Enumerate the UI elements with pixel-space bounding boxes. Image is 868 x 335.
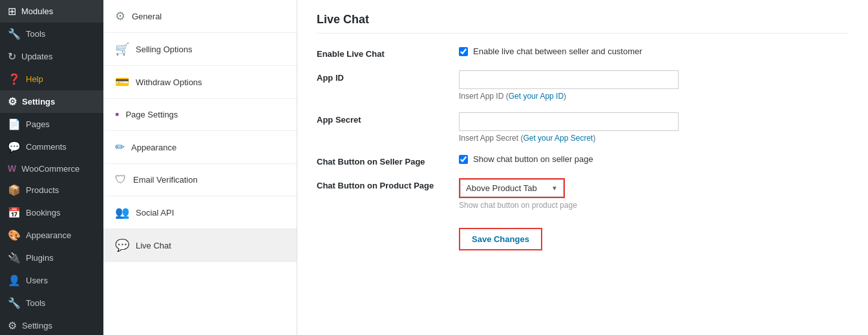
email-verification-icon: 🛡	[115, 173, 127, 187]
selling-options-icon: 🛒	[115, 42, 129, 56]
sub-sidebar: ⚙ General 🛒 Selling Options 💳 Withdraw O…	[103, 0, 297, 335]
app-secret-row: App Secret sk_test_FlUpkhCMsFgmB6HK4XuPJ…	[317, 112, 849, 143]
enable-live-chat-checkbox[interactable]	[459, 47, 468, 56]
sidebar-item-users[interactable]: 👤 Users	[0, 269, 103, 292]
sidebar-item-woocommerce[interactable]: W WooCommerce	[0, 158, 103, 179]
settings-icon: ⚙	[8, 96, 17, 108]
comments-icon: 💬	[8, 141, 21, 153]
settings2-icon: ⚙	[8, 320, 17, 332]
app-secret-label: App Secret	[317, 112, 446, 125]
bookings-icon: 📅	[8, 207, 21, 219]
sidebar-item-help[interactable]: ❓ Help	[0, 68, 103, 90]
plugins-icon: 🔌	[8, 252, 21, 264]
general-icon: ⚙	[115, 9, 125, 23]
sub-sidebar-withdraw-options[interactable]: 💳 Withdraw Options	[103, 66, 297, 99]
main-content: Live Chat Enable Live Chat Enable live c…	[297, 0, 868, 335]
page-title: Live Chat	[317, 13, 849, 34]
sub-sidebar-email-verification[interactable]: 🛡 Email Verification	[103, 164, 297, 196]
get-app-secret-link[interactable]: Get your App Secret	[523, 134, 593, 143]
chat-button-seller-checkbox-label[interactable]: Show chat button on seller page	[459, 154, 849, 164]
enable-live-chat-checkbox-label[interactable]: Enable live chat between seller and cust…	[459, 46, 849, 56]
sidebar-item-appearance[interactable]: 🎨 Appearance	[0, 224, 103, 247]
sidebar-item-modules[interactable]: ⊞ Modules	[0, 0, 103, 23]
app-id-row: App ID tEHN7UmE Insert App ID (Get your …	[317, 70, 849, 101]
enable-live-chat-row: Enable Live Chat Enable live chat betwee…	[317, 46, 849, 59]
sidebar-item-plugins[interactable]: 🔌 Plugins	[0, 247, 103, 269]
help-icon: ❓	[8, 73, 21, 85]
appearance-icon: 🎨	[8, 229, 21, 241]
app-id-hint: Insert App ID (Get your App ID)	[459, 92, 849, 101]
sub-sidebar-page-settings[interactable]: ▪ Page Settings	[103, 99, 297, 131]
dropdown-arrow-icon: ▼	[551, 185, 558, 192]
app-id-control: tEHN7UmE Insert App ID (Get your App ID)	[459, 70, 849, 101]
app-secret-input[interactable]: sk_test_FlUpkhCMsFgmB6HK4XuPJZmX	[459, 112, 679, 131]
sidebar-item-settings2[interactable]: ⚙ Settings	[0, 314, 103, 335]
woocommerce-icon: W	[8, 163, 16, 174]
chat-button-seller-checkbox[interactable]	[459, 155, 468, 164]
tools-icon: 🔧	[8, 28, 21, 40]
chat-button-seller-control: Show chat button on seller page	[459, 154, 849, 164]
chat-button-product-control: Above Product Tab ▼ Above Product Tab In…	[459, 178, 849, 210]
sub-sidebar-appearance[interactable]: ✏ Appearance	[103, 131, 297, 164]
sidebar-item-comments[interactable]: 💬 Comments	[0, 136, 103, 158]
sub-sidebar-social-api[interactable]: 👥 Social API	[103, 196, 297, 229]
enable-live-chat-label: Enable Live Chat	[317, 46, 446, 59]
sub-appearance-icon: ✏	[115, 140, 125, 154]
app-secret-hint: Insert App Secret (Get your App Secret)	[459, 134, 849, 143]
sidebar-item-tools2[interactable]: 🔧 Tools	[0, 292, 103, 314]
app-id-input[interactable]: tEHN7UmE	[459, 70, 679, 89]
app-id-label: App ID	[317, 70, 446, 83]
sidebar-item-tools[interactable]: 🔧 Tools	[0, 23, 103, 45]
sidebar-item-bookings[interactable]: 📅 Bookings	[0, 201, 103, 224]
sub-sidebar-general[interactable]: ⚙ General	[103, 0, 297, 33]
tools2-icon: 🔧	[8, 297, 21, 309]
chat-button-seller-row: Chat Button on Seller Page Show chat but…	[317, 154, 849, 167]
chat-button-seller-label: Chat Button on Seller Page	[317, 154, 446, 167]
users-icon: 👤	[8, 274, 21, 287]
chat-button-product-label: Chat Button on Product Page	[317, 178, 446, 190]
withdraw-options-icon: 💳	[115, 75, 129, 89]
modules-icon: ⊞	[8, 5, 16, 17]
chat-button-product-row: Chat Button on Product Page Above Produc…	[317, 178, 849, 210]
pages-icon: 📄	[8, 118, 21, 130]
sidebar-item-pages[interactable]: 📄 Pages	[0, 113, 103, 136]
main-sidebar: ⊞ Modules 🔧 Tools ↻ Updates ❓ Help ⚙ Set…	[0, 0, 103, 335]
sidebar-item-settings[interactable]: ⚙ Settings	[0, 90, 103, 113]
live-chat-icon: 💬	[115, 238, 129, 252]
page-settings-icon: ▪	[115, 108, 119, 121]
sidebar-item-products[interactable]: 📦 Products	[0, 179, 103, 201]
dropdown-trigger-box: Above Product Tab ▼ Above Product Tab In…	[459, 178, 565, 198]
app-secret-control: sk_test_FlUpkhCMsFgmB6HK4XuPJZmX Insert …	[459, 112, 849, 143]
save-row: Save Changes	[317, 221, 849, 250]
save-button[interactable]: Save Changes	[459, 228, 542, 250]
sub-sidebar-live-chat[interactable]: 💬 Live Chat	[103, 229, 297, 262]
dropdown-select[interactable]: Above Product Tab ▼	[460, 179, 564, 197]
sidebar-item-updates[interactable]: ↻ Updates	[0, 45, 103, 68]
social-api-icon: 👥	[115, 205, 129, 219]
updates-icon: ↻	[8, 50, 16, 63]
get-app-id-link[interactable]: Get your App ID	[509, 92, 564, 101]
products-icon: 📦	[8, 184, 21, 196]
chat-button-product-hint: Show chat button on product page	[459, 201, 849, 210]
enable-live-chat-control: Enable live chat between seller and cust…	[459, 46, 849, 56]
dropdown-selected-value: Above Product Tab	[466, 183, 546, 193]
sub-sidebar-selling-options[interactable]: 🛒 Selling Options	[103, 33, 297, 66]
